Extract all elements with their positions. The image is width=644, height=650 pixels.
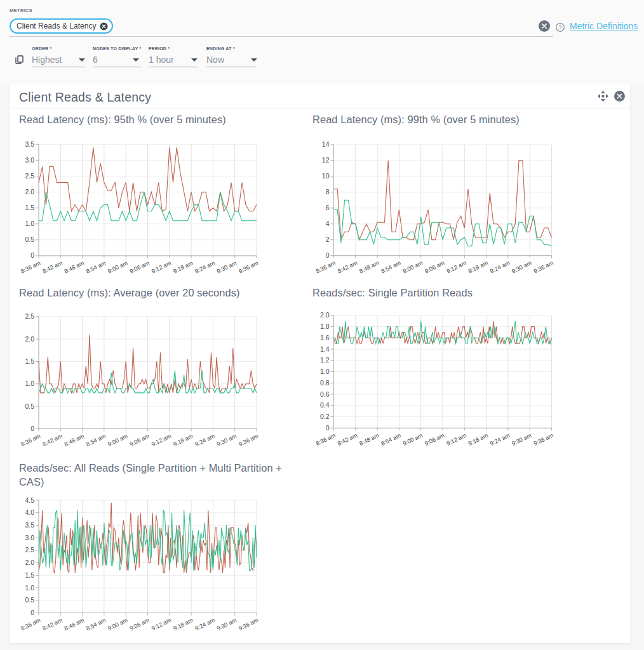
svg-text:9:18 am: 9:18 am [467,260,490,275]
svg-text:1.6: 1.6 [320,334,330,342]
svg-text:9:00 am: 9:00 am [402,260,424,275]
svg-text:0.5: 0.5 [25,235,34,243]
svg-text:12: 12 [322,156,330,164]
svg-text:1.5: 1.5 [25,571,34,579]
svg-text:9:12 am: 9:12 am [151,260,173,275]
svg-text:9:18 am: 9:18 am [172,260,194,275]
svg-text:2.0: 2.0 [320,311,330,319]
svg-text:9:30 am: 9:30 am [216,617,238,632]
svg-text:9:36 am: 9:36 am [238,617,260,632]
svg-text:2: 2 [326,235,330,243]
svg-text:1.8: 1.8 [320,322,330,330]
svg-text:1.0: 1.0 [25,220,34,227]
svg-text:9:18 am: 9:18 am [467,432,490,447]
svg-text:2.0: 2.0 [25,335,34,343]
svg-text:0: 0 [326,251,330,259]
svg-text:0.5: 0.5 [25,402,34,410]
svg-text:9:06 am: 9:06 am [424,260,446,275]
svg-text:2.5: 2.5 [25,312,34,320]
svg-text:8:42 am: 8:42 am [337,432,359,447]
svg-text:0.8: 0.8 [320,379,330,387]
svg-text:8:48 am: 8:48 am [64,260,86,275]
svg-text:8:48 am: 8:48 am [358,432,380,447]
svg-text:9:06 am: 9:06 am [129,260,151,275]
svg-text:0: 0 [30,609,34,616]
svg-text:9:12 am: 9:12 am [445,260,467,275]
svg-text:0.5: 0.5 [25,596,34,604]
svg-text:0.6: 0.6 [320,390,330,398]
svg-text:9:18 am: 9:18 am [172,433,194,448]
svg-text:9:24 am: 9:24 am [489,260,511,275]
svg-text:9:30 am: 9:30 am [216,433,238,448]
svg-text:8: 8 [326,188,330,196]
svg-text:9:12 am: 9:12 am [151,433,173,448]
svg-text:1.0: 1.0 [25,380,34,387]
svg-text:9:06 am: 9:06 am [424,432,446,447]
svg-text:0: 0 [30,425,34,432]
svg-text:8:36 am: 8:36 am [20,617,42,632]
svg-text:8:54 am: 8:54 am [85,433,107,448]
svg-text:9:00 am: 9:00 am [107,433,129,448]
svg-text:8:42 am: 8:42 am [41,617,64,632]
svg-text:8:36 am: 8:36 am [20,433,42,448]
svg-text:8:54 am: 8:54 am [380,260,403,275]
svg-text:1.5: 1.5 [25,357,34,365]
svg-text:8:54 am: 8:54 am [380,432,403,447]
svg-text:9:30 am: 9:30 am [216,260,238,275]
svg-text:9:12 am: 9:12 am [445,432,467,447]
svg-text:8:36 am: 8:36 am [20,260,42,275]
svg-text:9:24 am: 9:24 am [194,260,217,275]
svg-text:8:36 am: 8:36 am [315,260,337,275]
svg-text:9:06 am: 9:06 am [129,433,151,448]
svg-text:1.5: 1.5 [25,204,34,211]
svg-text:3.5: 3.5 [25,521,34,529]
svg-text:0.2: 0.2 [320,413,330,420]
svg-text:9:12 am: 9:12 am [151,617,173,632]
svg-text:2.5: 2.5 [25,172,34,180]
svg-text:9:36 am: 9:36 am [238,260,260,275]
svg-text:8:42 am: 8:42 am [41,260,64,275]
svg-text:4.5: 4.5 [25,496,34,504]
svg-text:0: 0 [30,251,34,259]
svg-text:14: 14 [322,140,330,148]
svg-text:9:00 am: 9:00 am [107,260,129,275]
svg-text:1.0: 1.0 [320,368,330,375]
svg-text:9:30 am: 9:30 am [511,432,533,447]
svg-text:3.5: 3.5 [25,140,34,148]
svg-text:10: 10 [322,172,330,180]
svg-text:1.0: 1.0 [25,584,34,592]
svg-text:9:00 am: 9:00 am [402,432,424,447]
svg-text:8:54 am: 8:54 am [85,260,107,275]
svg-text:8:42 am: 8:42 am [41,433,64,448]
svg-text:8:54 am: 8:54 am [85,617,107,632]
svg-text:8:42 am: 8:42 am [337,260,359,275]
svg-text:9:24 am: 9:24 am [194,433,217,448]
svg-text:9:24 am: 9:24 am [489,432,511,447]
svg-text:2.5: 2.5 [25,546,34,554]
svg-text:6: 6 [326,204,330,211]
svg-text:1.2: 1.2 [320,356,330,364]
svg-text:9:06 am: 9:06 am [129,617,151,632]
svg-text:2.0: 2.0 [25,188,34,196]
svg-text:9:36 am: 9:36 am [238,433,260,448]
svg-text:8:48 am: 8:48 am [358,260,380,275]
svg-text:9:18 am: 9:18 am [172,617,194,632]
svg-text:4.0: 4.0 [25,508,34,516]
svg-text:0.4: 0.4 [320,401,330,409]
svg-text:1.4: 1.4 [320,345,330,353]
svg-text:4: 4 [326,220,330,227]
svg-text:9:00 am: 9:00 am [107,617,129,632]
svg-text:2.0: 2.0 [25,559,34,566]
svg-text:8:36 am: 8:36 am [315,432,337,447]
svg-text:8:48 am: 8:48 am [64,617,86,632]
svg-text:9:24 am: 9:24 am [194,617,217,632]
svg-text:9:36 am: 9:36 am [533,432,555,447]
svg-text:3.0: 3.0 [25,534,34,541]
svg-text:9:36 am: 9:36 am [533,260,555,275]
svg-text:8:48 am: 8:48 am [64,433,86,448]
svg-text:3.0: 3.0 [25,156,34,164]
svg-text:0: 0 [326,424,330,432]
svg-text:9:30 am: 9:30 am [511,260,533,275]
